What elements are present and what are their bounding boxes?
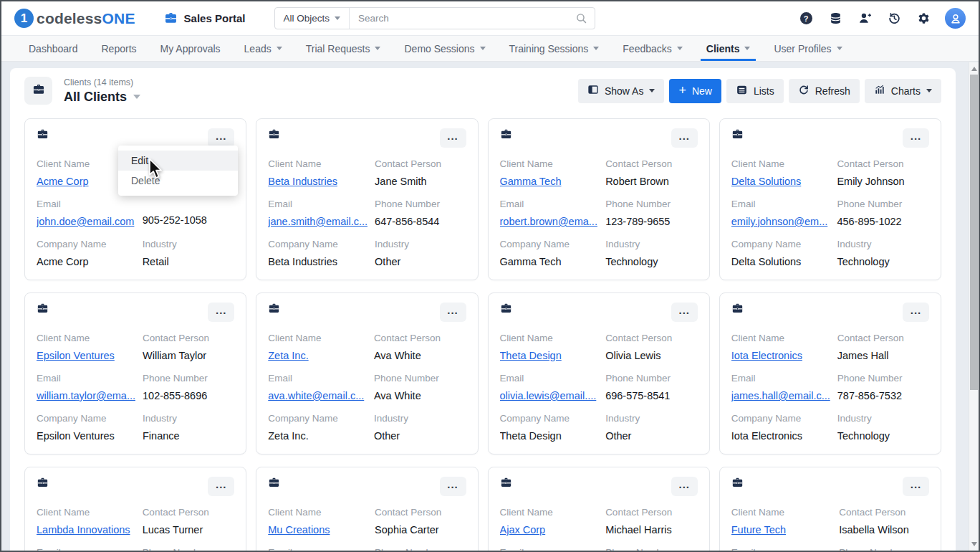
client-name-link[interactable]: Mu Creations: [268, 524, 330, 536]
vertical-scrollbar[interactable]: [969, 62, 979, 551]
tab-label: User Profiles: [774, 43, 831, 54]
tab-user-profiles[interactable]: User Profiles: [774, 36, 842, 61]
lists-button[interactable]: Lists: [726, 79, 784, 103]
email-value[interactable]: john.doe@email.com: [37, 216, 135, 227]
phone-number-label: Phone Number: [375, 547, 466, 552]
search-scope-dropdown[interactable]: All Objects: [275, 8, 350, 29]
email-link[interactable]: james.hall@email.c...: [731, 390, 830, 401]
client-name-link[interactable]: Acme Corp: [37, 176, 89, 187]
show-as-button[interactable]: Show As: [578, 79, 664, 103]
client-name-value[interactable]: Iota Electronics: [731, 350, 830, 361]
refresh-button[interactable]: Refresh: [789, 79, 860, 103]
card-more-button[interactable]: ...: [903, 477, 929, 496]
help-icon[interactable]: ?: [798, 11, 814, 27]
portal-switcher[interactable]: Sales Portal: [164, 11, 246, 25]
view-selector[interactable]: All Clients: [64, 90, 140, 105]
client-name-value[interactable]: Delta Solutions: [731, 176, 830, 187]
menu-item-edit[interactable]: Edit: [118, 151, 238, 171]
email-value[interactable]: olivia.lewis@email....: [500, 390, 599, 401]
search-input[interactable]: [350, 13, 575, 24]
client-name-link[interactable]: Zeta Inc.: [268, 350, 308, 361]
client-name-value[interactable]: Epsilon Ventures: [37, 350, 135, 361]
email-link[interactable]: emily.johnson@em...: [731, 216, 828, 227]
tab-trial-requests[interactable]: Trial Requests: [306, 36, 381, 61]
client-name-label: Client Name: [731, 158, 830, 169]
client-name-link[interactable]: Ajax Corp: [500, 524, 546, 536]
client-name-value[interactable]: Theta Design: [500, 350, 599, 361]
email-link[interactable]: ava.white@email.c...: [268, 390, 364, 401]
client-name-link[interactable]: Epsilon Ventures: [37, 350, 115, 361]
scrollbar-thumb[interactable]: [970, 75, 978, 390]
company-name-value: Gamma Tech: [500, 256, 599, 267]
card-more-button[interactable]: ...: [208, 477, 234, 496]
client-name-link[interactable]: Lambda Innovations: [37, 524, 130, 536]
client-name-value[interactable]: Ajax Corp: [500, 524, 599, 536]
email-link[interactable]: olivia.lewis@email....: [500, 390, 597, 401]
scroll-up-arrow[interactable]: [971, 67, 977, 71]
scroll-down-arrow[interactable]: [971, 542, 977, 546]
menu-item-delete[interactable]: Delete: [118, 171, 238, 191]
email-link[interactable]: jane.smith@email.c...: [268, 216, 368, 227]
tab-reports[interactable]: Reports: [102, 36, 137, 61]
card-more-button[interactable]: ...: [903, 128, 929, 148]
client-name-value[interactable]: Gamma Tech: [500, 176, 599, 187]
tab-feedbacks[interactable]: Feedbacks: [623, 36, 682, 61]
client-name-value[interactable]: Future Tech: [731, 524, 832, 536]
tab-label: Clients: [706, 43, 740, 54]
card-more-button[interactable]: ...: [903, 303, 929, 322]
client-name-link[interactable]: Theta Design: [500, 350, 562, 361]
tab-clients[interactable]: Clients: [706, 36, 751, 61]
email-value[interactable]: robert.brown@ema...: [500, 216, 599, 227]
contact-person-field: Contact PersonMichael Harris: [605, 507, 698, 536]
client-name-link[interactable]: Delta Solutions: [731, 176, 802, 187]
email-value[interactable]: jane.smith@email.c...: [268, 216, 368, 227]
card-more-button[interactable]: ...: [440, 303, 466, 322]
app-logo[interactable]: 1 codelessONE: [14, 9, 135, 28]
card-more-button[interactable]: ...: [440, 128, 466, 148]
email-value[interactable]: james.hall@email.c...: [731, 390, 830, 401]
industry-value: Other: [375, 256, 466, 267]
tab-demo-sessions[interactable]: Demo Sessions: [404, 36, 485, 61]
user-avatar[interactable]: [945, 8, 966, 29]
industry-field: IndustryOther: [605, 413, 698, 442]
card-more-button[interactable]: ...: [440, 477, 466, 496]
email-value[interactable]: ava.white@email.c...: [268, 390, 367, 401]
card-more-button[interactable]: ...: [671, 477, 698, 496]
tab-dashboard[interactable]: Dashboard: [29, 36, 78, 61]
email-value[interactable]: emily.johnson@em...: [731, 216, 830, 227]
client-name-value[interactable]: Beta Industries: [268, 176, 368, 187]
email-link[interactable]: william.taylor@ema...: [37, 390, 135, 401]
email-field: Emaillucas.turner@email...: [37, 547, 135, 552]
history-icon[interactable]: [886, 11, 902, 27]
email-link[interactable]: john.doe@email.com: [37, 216, 134, 227]
new-button[interactable]: + New: [669, 79, 721, 103]
client-name-link[interactable]: Future Tech: [731, 524, 786, 536]
database-icon[interactable]: [827, 11, 843, 27]
card-more-button[interactable]: ...: [671, 303, 698, 322]
phone-number-field: Phone Number647-856-8544: [375, 199, 466, 227]
tab-leads[interactable]: Leads: [244, 36, 282, 61]
card-more-button[interactable]: ...: [208, 128, 234, 148]
client-name-link[interactable]: Beta Industries: [268, 176, 337, 187]
content-area: Clients (14 items) All Clients Show As +: [1, 62, 969, 551]
email-field: Emailjames.hall@email.c...: [731, 373, 830, 401]
client-name-link[interactable]: Gamma Tech: [500, 176, 562, 187]
company-name-value: Delta Solutions: [731, 256, 830, 267]
client-name-link[interactable]: Iota Electronics: [731, 350, 802, 361]
client-name-value[interactable]: Lambda Innovations: [37, 524, 135, 536]
tab-my-approvals[interactable]: My Approvals: [160, 36, 221, 61]
email-value[interactable]: william.taylor@ema...: [37, 390, 135, 401]
industry-label: Industry: [837, 239, 929, 249]
client-name-value[interactable]: Zeta Inc.: [268, 350, 367, 361]
tab-label: Training Sessions: [509, 43, 589, 54]
charts-button[interactable]: Charts: [865, 79, 941, 103]
email-link[interactable]: robert.brown@ema...: [500, 216, 597, 227]
client-name-value[interactable]: Mu Creations: [268, 524, 368, 536]
add-user-icon[interactable]: [857, 11, 873, 27]
settings-gear-icon[interactable]: [916, 11, 931, 27]
card-more-button[interactable]: ...: [671, 128, 698, 148]
email-label: Email: [268, 547, 368, 552]
client-name-field: Client NameTheta Design: [500, 333, 599, 361]
card-more-button[interactable]: ...: [208, 303, 234, 322]
tab-training-sessions[interactable]: Training Sessions: [509, 36, 600, 61]
